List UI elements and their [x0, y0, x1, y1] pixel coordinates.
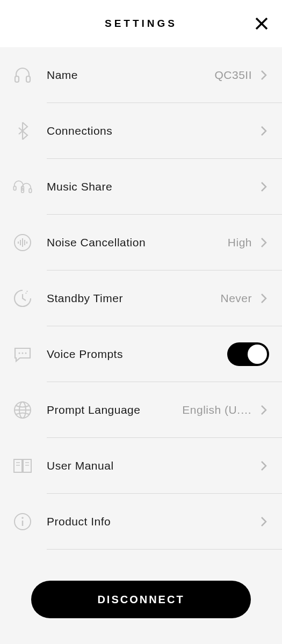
item-label: User Manual — [47, 459, 258, 472]
settings-item-music-share[interactable]: Music Share — [0, 159, 282, 215]
music-share-icon — [13, 177, 32, 196]
svg-point-15 — [19, 353, 20, 354]
chevron-right-icon — [258, 126, 269, 136]
settings-item-standby-timer[interactable]: Standby Timer Never — [0, 270, 282, 326]
item-label: Name — [47, 69, 214, 82]
svg-rect-3 — [26, 76, 30, 82]
settings-item-user-manual[interactable]: User Manual — [0, 438, 282, 494]
page-title: SETTINGS — [105, 18, 177, 30]
settings-item-voice-prompts: Voice Prompts — [0, 326, 282, 382]
item-label: Noise Cancellation — [47, 236, 228, 249]
manual-icon — [13, 456, 32, 475]
svg-rect-2 — [15, 76, 19, 82]
chevron-right-icon — [258, 70, 269, 80]
item-value: QC35II — [214, 69, 252, 82]
item-value: High — [228, 236, 252, 249]
item-value: Never — [220, 292, 252, 305]
timer-icon — [13, 289, 32, 308]
header: SETTINGS — [0, 0, 282, 47]
svg-rect-7 — [29, 189, 32, 193]
close-button[interactable] — [253, 15, 270, 32]
noise-cancellation-icon — [13, 233, 32, 252]
svg-line-14 — [26, 291, 27, 294]
svg-point-16 — [22, 353, 24, 354]
chevron-right-icon — [258, 181, 269, 192]
disconnect-button[interactable]: DISCONNECT — [31, 581, 251, 618]
item-label: Prompt Language — [47, 404, 182, 416]
chevron-right-icon — [258, 293, 269, 304]
close-icon — [254, 16, 269, 31]
chevron-right-icon — [258, 405, 269, 415]
info-icon — [13, 512, 32, 531]
settings-item-connections[interactable]: Connections — [0, 103, 282, 159]
settings-item-name[interactable]: Name QC35II — [0, 47, 282, 103]
globe-icon — [13, 400, 32, 420]
item-value: English (U.… — [182, 404, 252, 416]
bluetooth-icon — [13, 121, 32, 141]
voice-prompts-toggle[interactable] — [227, 342, 269, 366]
svg-rect-6 — [21, 189, 24, 193]
chevron-right-icon — [258, 516, 269, 527]
item-label: Product Info — [47, 515, 258, 528]
toggle-knob — [248, 345, 267, 364]
item-label: Voice Prompts — [47, 348, 227, 361]
item-label: Standby Timer — [47, 292, 220, 305]
settings-item-product-info[interactable]: Product Info — [0, 494, 282, 550]
item-label: Music Share — [47, 180, 258, 193]
chat-icon — [13, 345, 32, 364]
chevron-right-icon — [258, 237, 269, 248]
settings-list: Name QC35II Connections — [0, 47, 282, 550]
settings-item-prompt-language[interactable]: Prompt Language English (U.… — [0, 382, 282, 438]
settings-item-noise-cancellation[interactable]: Noise Cancellation High — [0, 215, 282, 270]
svg-rect-4 — [13, 186, 16, 190]
svg-point-17 — [25, 353, 27, 354]
item-label: Connections — [47, 125, 258, 137]
chevron-right-icon — [258, 460, 269, 471]
headphones-icon — [13, 65, 32, 85]
svg-point-27 — [21, 517, 24, 519]
